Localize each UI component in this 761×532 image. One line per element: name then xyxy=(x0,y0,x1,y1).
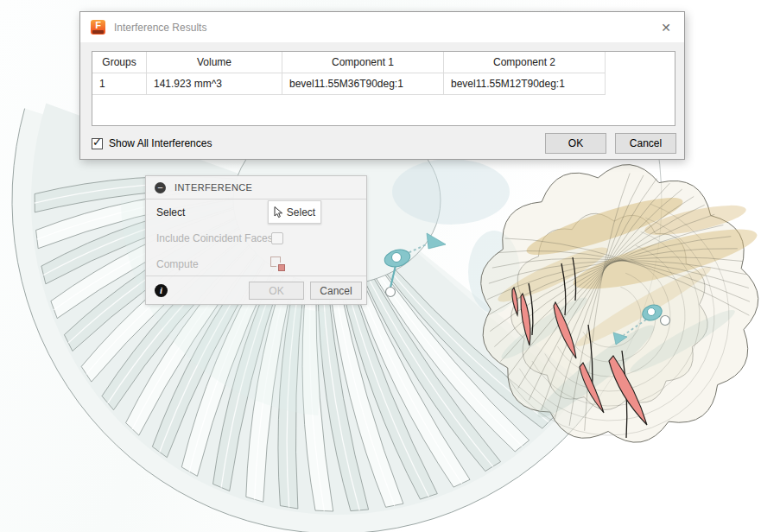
select-label: Select xyxy=(156,206,185,218)
checkmark-icon: ✓ xyxy=(92,136,102,149)
fusion-icon-bar xyxy=(92,30,104,34)
compute-row: Compute xyxy=(146,251,366,277)
cell-component1: bevel11.55M36T90deg:1 xyxy=(282,73,444,95)
include-coincident-label: Include Coincident Faces xyxy=(156,232,273,244)
results-table: Groups Volume Component 1 Component 2 1 … xyxy=(92,52,606,95)
close-icon[interactable]: ✕ xyxy=(658,21,674,35)
select-button-label: Select xyxy=(287,206,315,218)
dialog-titlebar[interactable]: F Interference Results ✕ xyxy=(80,12,684,42)
show-all-checkbox[interactable]: ✓ xyxy=(92,138,103,149)
show-all-row: ✓ Show All Interferences xyxy=(92,137,212,149)
panel-ok-button[interactable]: OK xyxy=(249,282,304,300)
col-header-volume[interactable]: Volume xyxy=(147,52,282,73)
results-header-row: Groups Volume Component 1 Component 2 xyxy=(92,52,606,73)
dialog-title: Interference Results xyxy=(114,22,206,34)
show-all-label: Show All Interferences xyxy=(109,137,212,149)
cursor-icon xyxy=(274,206,283,218)
interference-panel-header[interactable]: − INTERFERENCE xyxy=(146,176,366,200)
results-table-container: Groups Volume Component 1 Component 2 1 … xyxy=(92,51,675,126)
fusion-app-icon: F xyxy=(91,20,105,35)
design-canvas[interactable]: − INTERFERENCE Select Select Include Coi… xyxy=(0,0,761,532)
dialog-ok-button[interactable]: OK xyxy=(545,133,606,154)
select-row: Select Select xyxy=(146,200,366,225)
interference-panel: − INTERFERENCE Select Select Include Coi… xyxy=(145,175,367,305)
interference-results-dialog: F Interference Results ✕ Groups Volume C… xyxy=(79,11,685,160)
info-icon[interactable]: i xyxy=(155,284,168,297)
cell-group: 1 xyxy=(92,73,147,95)
cell-component2: bevel11.55M12T90deg:1 xyxy=(444,73,606,95)
col-header-component1[interactable]: Component 1 xyxy=(282,52,444,73)
interference-panel-title: INTERFERENCE xyxy=(174,182,252,193)
col-header-groups[interactable]: Groups xyxy=(92,52,147,73)
col-header-component2[interactable]: Component 2 xyxy=(444,52,606,73)
compute-icon-front-square xyxy=(278,264,285,271)
interference-panel-footer: i OK Cancel xyxy=(146,276,366,304)
dialog-cancel-button[interactable]: Cancel xyxy=(615,133,676,154)
panel-cancel-button[interactable]: Cancel xyxy=(310,282,362,300)
results-row[interactable]: 1 141.923 mm^3 bevel11.55M36T90deg:1 bev… xyxy=(92,73,606,95)
compute-icon[interactable] xyxy=(270,256,286,272)
include-coincident-row: Include Coincident Faces xyxy=(146,225,366,251)
select-button[interactable]: Select xyxy=(268,200,321,224)
cell-volume: 141.923 mm^3 xyxy=(147,73,282,95)
collapse-icon[interactable]: − xyxy=(155,182,166,193)
include-coincident-checkbox[interactable] xyxy=(271,232,283,244)
compute-label: Compute xyxy=(156,258,199,270)
